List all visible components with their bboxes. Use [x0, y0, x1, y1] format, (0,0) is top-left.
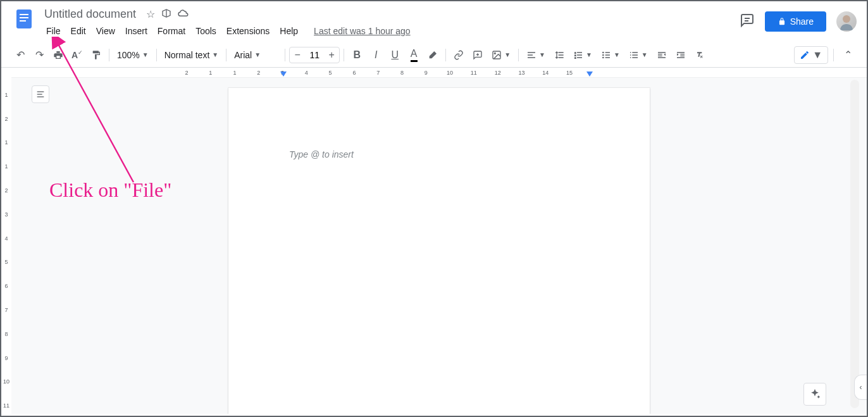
document-placeholder: Type @ to insert: [289, 149, 354, 159]
lock-icon: [778, 17, 786, 26]
svg-point-6: [843, 15, 850, 23]
docs-logo[interactable]: [11, 6, 37, 32]
svg-rect-0: [16, 9, 32, 28]
svg-point-12: [602, 54, 604, 56]
decrease-indent-button[interactable]: [653, 46, 671, 64]
menu-extensions[interactable]: Extensions: [222, 23, 274, 39]
indent-marker-right-icon[interactable]: [586, 72, 593, 78]
font-size-decrease[interactable]: −: [290, 47, 305, 63]
user-avatar[interactable]: [836, 11, 857, 32]
vertical-ruler: 121123456789101112: [1, 68, 11, 414]
increase-indent-button[interactable]: [672, 46, 690, 64]
italic-button[interactable]: I: [367, 46, 385, 64]
cloud-status-icon[interactable]: [178, 8, 189, 21]
comments-icon[interactable]: [740, 13, 755, 30]
zoom-dropdown[interactable]: 100%▼: [113, 47, 152, 63]
expand-toolbar-button[interactable]: ⌃: [839, 46, 857, 64]
document-title[interactable]: Untitled document: [42, 6, 139, 22]
print-button[interactable]: [49, 46, 67, 64]
menu-file[interactable]: File: [42, 23, 65, 39]
document-page[interactable]: Type @ to insert: [228, 88, 650, 414]
svg-marker-14: [280, 72, 287, 77]
line-spacing-button[interactable]: [550, 46, 568, 64]
indent-marker-left-icon[interactable]: [280, 72, 287, 78]
move-icon[interactable]: [161, 8, 171, 21]
menu-tools[interactable]: Tools: [191, 23, 221, 39]
menu-insert[interactable]: Insert: [121, 23, 152, 39]
share-label: Share: [790, 16, 814, 27]
svg-point-11: [602, 51, 604, 53]
clear-formatting-button[interactable]: [691, 46, 709, 64]
menu-help[interactable]: Help: [275, 23, 302, 39]
horizontal-ruler: 21 123456789101112131415: [11, 68, 867, 78]
checklist-button[interactable]: ▼: [569, 47, 596, 63]
add-comment-button[interactable]: [469, 46, 487, 64]
insert-image-button[interactable]: ▼: [488, 47, 514, 63]
last-edit-link[interactable]: Last edit was 1 hour ago: [314, 26, 411, 36]
redo-button[interactable]: ↷: [30, 46, 48, 64]
pencil-icon: [800, 50, 810, 60]
toolbar: ↶ ↷ A✓ 100%▼ Normal text▼ Arial▼ − + B I…: [1, 42, 867, 68]
svg-marker-15: [586, 72, 593, 77]
svg-rect-3: [20, 20, 26, 22]
font-dropdown[interactable]: Arial▼: [230, 47, 281, 63]
show-outline-button[interactable]: [32, 85, 49, 103]
paragraph-style-dropdown[interactable]: Normal text▼: [161, 47, 222, 63]
svg-point-10: [495, 53, 496, 54]
svg-rect-1: [20, 14, 28, 15]
undo-button[interactable]: ↶: [11, 46, 29, 64]
menu-format[interactable]: Format: [153, 23, 190, 39]
menu-edit[interactable]: Edit: [66, 23, 90, 39]
underline-button[interactable]: U: [386, 46, 404, 64]
menu-view[interactable]: View: [92, 23, 120, 39]
share-button[interactable]: Share: [765, 11, 826, 32]
bulleted-list-button[interactable]: ▼: [597, 47, 624, 63]
side-panel-toggle[interactable]: ‹: [854, 375, 867, 400]
svg-point-13: [602, 56, 604, 58]
align-button[interactable]: ▼: [523, 47, 549, 63]
insert-link-button[interactable]: [450, 46, 468, 64]
numbered-list-button[interactable]: ▼: [625, 47, 652, 63]
spellcheck-button[interactable]: A✓: [68, 46, 86, 64]
star-icon[interactable]: ☆: [146, 8, 155, 21]
vertical-scrollbar[interactable]: [850, 80, 859, 408]
editing-mode-button[interactable]: ▼: [794, 46, 828, 64]
text-color-button[interactable]: A: [405, 46, 423, 64]
paint-format-button[interactable]: [87, 46, 105, 64]
explore-button[interactable]: [803, 383, 826, 406]
font-size-input[interactable]: [305, 50, 324, 60]
bold-button[interactable]: B: [348, 46, 366, 64]
highlight-button[interactable]: [424, 46, 442, 64]
svg-rect-2: [20, 17, 28, 18]
font-size-increase[interactable]: +: [324, 47, 339, 63]
